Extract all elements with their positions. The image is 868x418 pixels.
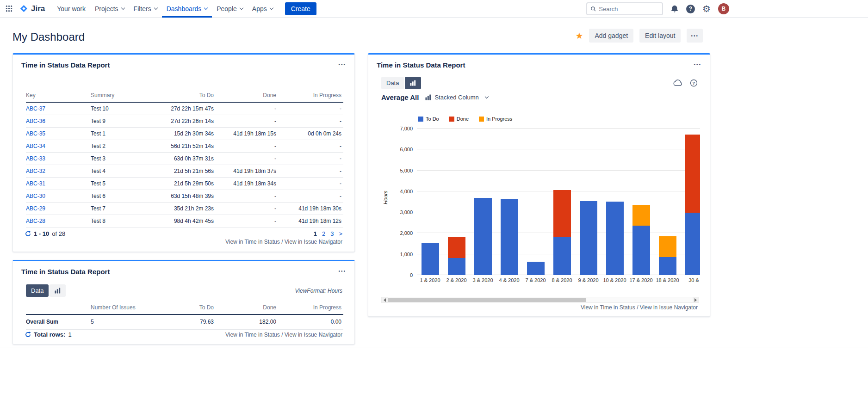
nav-item-dashboards[interactable]: Dashboards — [162, 0, 212, 18]
bar-segment-to-do[interactable] — [632, 226, 650, 275]
chart-view-button[interactable] — [405, 77, 421, 89]
stacked-bar[interactable] — [685, 135, 701, 275]
avatar[interactable]: B — [718, 3, 729, 14]
issue-key-link[interactable]: ABC-33 — [26, 155, 45, 162]
bar-segment-in-progress[interactable] — [659, 236, 676, 257]
stacked-bar[interactable] — [474, 198, 492, 275]
scrollbar-thumb[interactable] — [388, 298, 586, 302]
stacked-bar[interactable] — [606, 202, 624, 275]
bar-segment-to-do[interactable] — [501, 199, 518, 275]
next-page-button[interactable]: > — [339, 230, 342, 237]
create-button[interactable]: Create — [285, 2, 316, 15]
column-header: Key — [26, 90, 91, 102]
key-cell: ABC-31 — [26, 177, 91, 190]
stacked-bar[interactable] — [580, 201, 597, 275]
summary-cell: Test 4 — [91, 165, 151, 177]
app-switcher-button[interactable] — [5, 4, 13, 13]
nav-item-apps[interactable]: Apps — [248, 0, 278, 18]
page-2[interactable]: 2 — [322, 230, 325, 237]
column-header: Summary — [91, 90, 151, 102]
bar-segment-in-progress[interactable] — [632, 205, 650, 226]
view-toggle: Data — [381, 77, 421, 89]
refresh-icon[interactable] — [25, 231, 31, 237]
data-view-button[interactable]: Data — [26, 284, 49, 297]
issue-key-link[interactable]: ABC-35 — [26, 130, 45, 137]
bar-segment-to-do[interactable] — [659, 257, 676, 275]
time-cell: 63d 0h 37m 31s — [151, 152, 216, 165]
data-view-button[interactable]: Data — [381, 77, 404, 89]
view-in-time-in-status-link[interactable]: View in Time in Status — [225, 239, 280, 245]
add-gadget-button[interactable]: Add gadget — [589, 29, 633, 43]
bar-segment-to-do[interactable] — [422, 243, 439, 275]
y-tick-label: 6,000 — [400, 147, 413, 152]
time-cell: - — [216, 115, 278, 127]
bar-segment-to-do[interactable] — [580, 201, 597, 275]
gadget-more-button[interactable]: ••• — [335, 59, 349, 70]
issue-row: ABC-30Test 663d 15h 48m 39s-- — [26, 190, 343, 202]
issue-key-link[interactable]: ABC-31 — [26, 180, 45, 187]
issue-key-link[interactable]: ABC-28 — [26, 218, 45, 224]
nav-item-people[interactable]: People — [212, 0, 248, 18]
legend-item: Done — [449, 116, 469, 122]
view-in-time-in-status-link[interactable]: View in Time in Status — [581, 304, 635, 311]
scrollbar-track[interactable] — [388, 297, 693, 302]
help-icon[interactable]: ? — [686, 5, 695, 13]
gadget-more-button[interactable]: ••• — [335, 266, 349, 277]
favorite-star-icon[interactable]: ★ — [575, 31, 583, 40]
export-cloud-button[interactable] — [673, 80, 682, 86]
issue-key-link[interactable]: ABC-37 — [26, 105, 45, 112]
settings-gear-icon[interactable]: ⚙ — [701, 3, 712, 14]
view-in-issue-navigator-link[interactable]: View in Issue Navigator — [285, 239, 342, 245]
summary-cell: Test 9 — [91, 115, 151, 127]
stacked-bar[interactable] — [632, 205, 650, 275]
chart-view-button[interactable] — [50, 284, 66, 297]
stacked-bar[interactable] — [659, 236, 676, 275]
key-cell: ABC-30 — [26, 190, 91, 202]
bar-segment-to-do[interactable] — [448, 258, 465, 275]
search-box[interactable] — [586, 2, 663, 15]
edit-layout-button[interactable]: Edit layout — [639, 29, 681, 43]
chart-type-dropdown[interactable]: Stacked Column — [425, 94, 488, 101]
view-in-issue-navigator-link[interactable]: View in Issue Navigator — [285, 332, 342, 338]
bar-segment-to-do[interactable] — [553, 237, 571, 275]
scroll-right-button[interactable] — [693, 297, 699, 302]
chart-help-button[interactable]: ? — [690, 79, 698, 87]
jira-logo[interactable]: Jira — [19, 4, 45, 13]
issue-key-link[interactable]: ABC-34 — [26, 143, 45, 149]
issue-key-link[interactable]: ABC-32 — [26, 168, 45, 174]
time-cell: - — [216, 140, 278, 152]
bar-segment-done[interactable] — [448, 237, 465, 258]
nav-item-projects[interactable]: Projects — [90, 0, 129, 18]
issue-key-link[interactable]: ABC-29 — [26, 205, 45, 212]
view-in-issue-navigator-link[interactable]: View in Issue Navigator — [640, 304, 698, 311]
gadget-title: Time in Status Data Report — [377, 61, 465, 69]
refresh-icon[interactable] — [25, 332, 31, 338]
bar-group — [601, 129, 628, 275]
time-cell: 41d 19h 18m 30s — [278, 202, 343, 215]
issue-key-link[interactable]: ABC-36 — [26, 118, 45, 124]
gadget-more-button[interactable]: ••• — [691, 59, 704, 70]
bar-segment-done[interactable] — [553, 190, 571, 237]
bar-segment-to-do[interactable] — [606, 202, 624, 275]
bar-group — [470, 129, 496, 275]
chart-horizontal-scrollbar[interactable] — [381, 297, 699, 303]
time-cell: - — [278, 190, 343, 202]
dashboard-more-button[interactable]: ••• — [687, 29, 703, 43]
bar-segment-to-do[interactable] — [527, 262, 545, 275]
bar-segment-to-do[interactable] — [685, 213, 701, 275]
stacked-bar[interactable] — [422, 243, 439, 275]
stacked-bar[interactable] — [527, 262, 545, 275]
stacked-bar[interactable] — [553, 190, 571, 275]
bar-segment-done[interactable] — [685, 135, 701, 213]
page-3[interactable]: 3 — [330, 230, 334, 237]
notifications-button[interactable] — [670, 4, 680, 14]
scroll-left-button[interactable] — [382, 297, 388, 302]
nav-item-filters[interactable]: Filters — [129, 0, 162, 18]
bar-segment-to-do[interactable] — [474, 198, 492, 275]
view-in-time-in-status-link[interactable]: View in Time in Status — [225, 332, 280, 338]
nav-item-your-work[interactable]: Your work — [52, 0, 90, 18]
issue-key-link[interactable]: ABC-30 — [26, 193, 45, 199]
search-input[interactable] — [599, 6, 659, 12]
stacked-bar[interactable] — [448, 237, 465, 275]
stacked-bar[interactable] — [501, 199, 518, 275]
